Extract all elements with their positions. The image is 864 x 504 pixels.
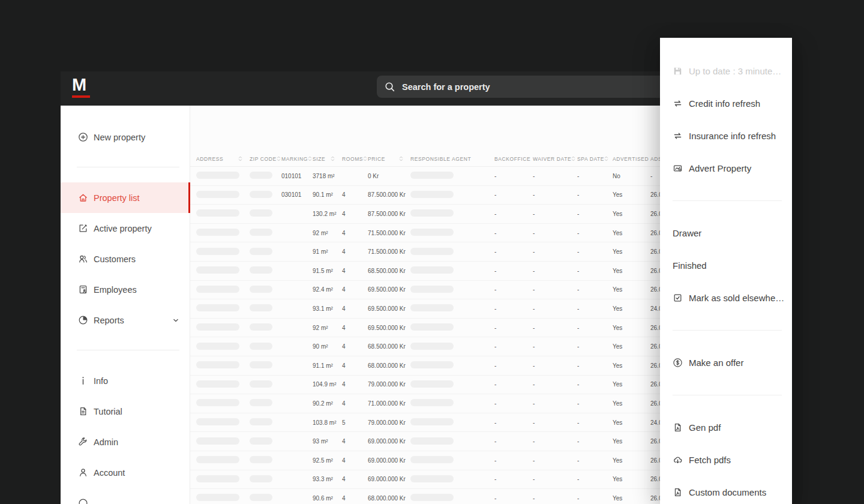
sidebar-item-partial-bottom[interactable] (61, 488, 190, 504)
cell-advertised: Yes (613, 343, 650, 350)
menu-item-make-an-offer[interactable]: Make an offer (660, 346, 792, 379)
menu-item-drawer[interactable]: Drawer (660, 217, 792, 249)
app-logo-letter: M (72, 76, 91, 94)
zip_code-placeholder (250, 418, 272, 425)
cell-responsible_agent (410, 172, 494, 180)
cell-spa_date: - (577, 438, 613, 445)
menu-item-fetch-pdfs[interactable]: Fetch pdfs (660, 443, 792, 476)
column-header-advertised: ADVERTISED (613, 156, 650, 162)
cell-price: 69.500.000 Kr (368, 305, 410, 312)
menu-item-mark-as-sold-elsewhere[interactable]: Mark as sold elsewhe… (660, 281, 792, 314)
search-box[interactable] (377, 76, 666, 98)
column-header-spa_date[interactable]: SPA DATE (577, 155, 613, 162)
column-header-zip_code[interactable]: ZIP CODE (250, 155, 281, 162)
column-header-size[interactable]: SIZE (313, 155, 342, 162)
cell-address (196, 361, 250, 370)
menu-item-label: Up to date : 3 minute… (689, 66, 781, 76)
cell-responsible_agent (410, 343, 494, 351)
menu-item-insurance-info-refresh[interactable]: Insurance info refresh (660, 119, 792, 152)
cell-rooms: 4 (342, 495, 368, 502)
address-placeholder (196, 286, 239, 293)
cell-advertised: Yes (613, 268, 650, 274)
responsible_agent-placeholder (410, 191, 454, 198)
cell-zip_code (250, 418, 281, 427)
cell-zip_code (250, 494, 281, 502)
sidebar-item-info[interactable]: Info (61, 365, 190, 396)
menu-item-label: Make an offer (689, 358, 743, 368)
sidebar-item-admin[interactable]: Admin (61, 427, 190, 457)
menu-item-credit-info-refresh[interactable]: Credit info refresh (660, 87, 792, 119)
column-header-label: ADVERTISED (613, 156, 649, 162)
column-header-rooms[interactable]: ROOMS (342, 155, 368, 162)
sidebar-item-label: Customers (94, 254, 136, 264)
cell-responsible_agent (410, 380, 494, 389)
column-header-address[interactable]: ADDRESS (196, 155, 250, 162)
cell-size: 92 m² (313, 230, 342, 236)
sidebar-item-reports[interactable]: Reports (61, 305, 190, 335)
cell-price: 68.500.000 Kr (368, 268, 410, 274)
cell-rooms: 4 (342, 211, 368, 217)
cell-zip_code (250, 343, 281, 351)
checkbox-checked-icon (673, 293, 683, 303)
cell-backoffice: - (494, 173, 533, 179)
cell-address (196, 456, 250, 464)
sidebar-item-tutorial[interactable]: Tutorial (61, 396, 190, 427)
sidebar-item-employees[interactable]: Employees (61, 274, 190, 305)
sidebar-item-property-list[interactable]: Property list (61, 182, 190, 213)
sidebar-item-label: Active property (94, 224, 152, 233)
cell-spa_date: - (577, 476, 613, 482)
cell-waiver_date: - (533, 457, 577, 464)
sidebar-item-label: Employees (94, 285, 137, 295)
sidebar-item-customers[interactable]: Customers (61, 244, 190, 274)
cell-backoffice: - (494, 419, 533, 426)
edit-square-icon (78, 223, 88, 233)
cell-waiver_date: - (533, 211, 577, 217)
cell-backoffice: - (494, 248, 533, 255)
column-header-marking[interactable]: MARKING (281, 155, 313, 162)
cell-backoffice: - (494, 438, 533, 445)
cell-spa_date: - (577, 400, 613, 407)
cell-responsible_agent (410, 323, 494, 332)
search-icon (384, 81, 395, 92)
cell-responsible_agent (410, 248, 494, 256)
menu-item-finished[interactable]: Finished (660, 249, 792, 281)
search-input[interactable] (401, 82, 659, 92)
menu-item-advert-property[interactable]: Advert Property (660, 152, 792, 184)
cell-backoffice: - (494, 400, 533, 407)
responsible_agent-placeholder (410, 399, 454, 406)
menu-divider (660, 379, 792, 411)
cell-price: 71.500.000 Kr (368, 248, 410, 255)
zip_code-placeholder (250, 475, 272, 482)
menu-item-label: Custom documents (689, 487, 766, 497)
cell-price: 69.000.000 Kr (368, 476, 410, 482)
column-header-label: ZIP CODE (250, 156, 277, 162)
app-logo[interactable]: M (72, 76, 91, 98)
cell-spa_date: - (577, 325, 613, 331)
responsible_agent-placeholder (410, 456, 454, 463)
column-header-label: SPA DATE (577, 156, 604, 162)
column-header-price[interactable]: PRICE (368, 155, 410, 162)
cell-backoffice: - (494, 476, 533, 482)
sidebar-item-account[interactable]: Account (61, 457, 190, 488)
menu-item-label: Gen pdf (689, 422, 721, 433)
sidebar-item-new-property[interactable]: New property (61, 122, 190, 152)
cloud-download-icon (673, 455, 683, 465)
sidebar-item-label: New property (94, 133, 145, 142)
menu-item-custom-documents[interactable]: Custom documents (660, 476, 792, 504)
column-header-label: SIZE (313, 156, 325, 162)
cell-price: 87.500.000 Kr (368, 211, 410, 217)
address-placeholder (196, 343, 239, 350)
cell-size: 92.4 m² (313, 286, 342, 293)
cell-size: 91 m² (313, 248, 342, 255)
cell-waiver_date: - (533, 400, 577, 407)
cell-responsible_agent (410, 266, 494, 275)
column-header-backoffice: BACKOFFICE (494, 156, 533, 162)
cell-spa_date: - (577, 305, 613, 312)
cell-address (196, 229, 250, 237)
menu-item-gen-pdf[interactable]: Gen pdf (660, 411, 792, 443)
cell-rooms: 4 (342, 325, 368, 331)
column-header-waiver_date[interactable]: WAIVER DATE (533, 155, 577, 162)
sort-icon (331, 155, 335, 162)
cell-rooms: 4 (342, 191, 368, 198)
sidebar-item-active-property[interactable]: Active property (61, 213, 190, 244)
